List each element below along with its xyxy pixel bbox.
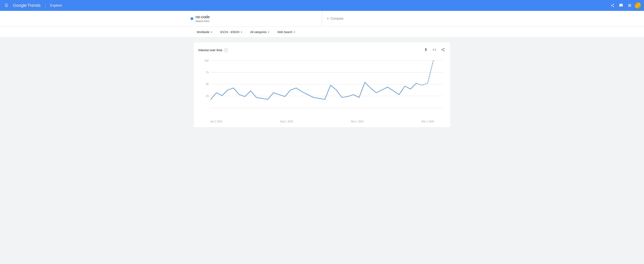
search-row: no-code Search term + Compare [186, 11, 458, 26]
chart-title-row: Interest over time ? [198, 48, 228, 52]
search-type-label: Web Search [278, 30, 292, 34]
location-label: Worldwide [197, 30, 210, 34]
search-term-type: Search term [196, 20, 210, 22]
header-icons [609, 2, 641, 9]
search-area: no-code Search term + Compare [0, 11, 644, 27]
svg-text:25: 25 [206, 95, 209, 98]
embed-icon [432, 48, 436, 52]
embed-button[interactable] [432, 47, 437, 53]
user-avatar[interactable] [635, 2, 641, 8]
chart-share-icon [441, 48, 445, 52]
svg-text:75: 75 [206, 71, 209, 74]
search-term-box: no-code Search term [186, 11, 322, 26]
x-label-2: Sep 1, 2019 [280, 120, 293, 123]
search-term-dot [190, 17, 193, 20]
category-chevron-icon: ▼ [268, 31, 270, 33]
search-term-name: no-code [196, 15, 210, 19]
category-filter[interactable]: All categories ▼ [247, 29, 273, 35]
chart-container: 100 75 50 25 Jun 2, 2019 Sep 1, 2019 Dec… [198, 56, 446, 123]
category-label: All categories [250, 30, 266, 34]
chart-header: Interest over time ? [198, 47, 446, 53]
logo-google: Google [13, 3, 27, 8]
date-filter[interactable]: 6/1/19 - 3/26/20 ▼ [217, 29, 246, 35]
feedback-icon [619, 3, 623, 7]
header-logo: Google Trends [13, 3, 41, 8]
logo-trends: Trends [28, 3, 41, 8]
compare-label: Compare [330, 17, 344, 20]
chart-share-button[interactable] [440, 47, 446, 53]
location-chevron-icon: ▼ [210, 31, 212, 33]
apps-icon [628, 3, 632, 7]
search-type-chevron-icon: ▼ [294, 31, 296, 33]
download-button[interactable] [423, 47, 428, 53]
help-question-mark: ? [225, 49, 226, 52]
apps-button[interactable] [626, 2, 633, 9]
date-label: 6/1/19 - 3/26/20 [220, 30, 239, 34]
chart-actions [423, 47, 446, 53]
x-label-4: Mar 1, 2020 [422, 120, 434, 123]
x-label-1: Jun 2, 2019 [210, 120, 222, 123]
x-label-3: Dec 1, 2019 [351, 120, 364, 123]
share-icon [610, 3, 614, 7]
filters-row: Worldwide ▼ 6/1/19 - 3/26/20 ▼ All categ… [186, 29, 458, 35]
trend-chart: 100 75 50 25 [198, 56, 446, 119]
header-divider [45, 3, 46, 8]
compare-plus-icon: + [327, 16, 329, 21]
app-header: ☰ Google Trends Explore [0, 0, 644, 11]
svg-text:100: 100 [204, 59, 209, 62]
main-content: Interest over time ? [186, 38, 458, 132]
help-icon[interactable]: ? [224, 48, 228, 52]
feedback-button[interactable] [618, 2, 624, 9]
filters-area: Worldwide ▼ 6/1/19 - 3/26/20 ▼ All categ… [0, 27, 644, 38]
x-axis-labels: Jun 2, 2019 Sep 1, 2019 Dec 1, 2019 Mar … [198, 120, 446, 123]
compare-box[interactable]: + Compare [322, 11, 458, 26]
search-type-filter[interactable]: Web Search ▼ [274, 29, 299, 35]
location-filter[interactable]: Worldwide ▼ [194, 29, 216, 35]
download-icon [424, 48, 428, 52]
menu-icon[interactable]: ☰ [3, 1, 10, 9]
share-button[interactable] [609, 2, 616, 9]
svg-text:50: 50 [206, 83, 209, 86]
chart-title: Interest over time [198, 48, 222, 52]
chart-card: Interest over time ? [194, 42, 450, 128]
date-chevron-icon: ▼ [240, 31, 242, 33]
header-explore: Explore [50, 3, 62, 7]
search-term-info: no-code Search term [196, 15, 210, 22]
